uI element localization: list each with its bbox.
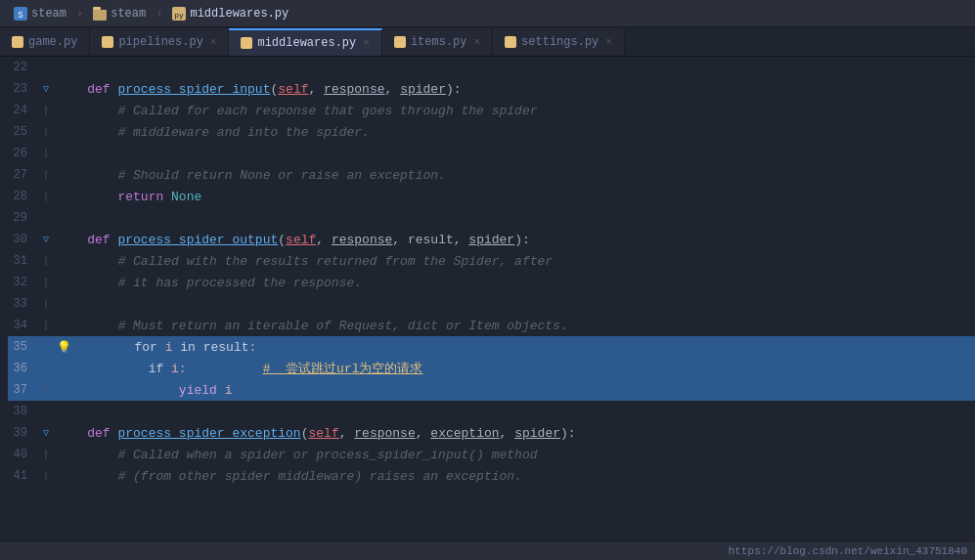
fold-icon-41: | [39, 471, 53, 482]
tabbar: game.py pipelines.py × middlewares.py × … [0, 27, 975, 57]
svg-rect-2 [93, 10, 107, 21]
tab-icon-pipelines [102, 36, 113, 48]
line-number-35: 35 [8, 340, 39, 354]
line-number-33: 33 [8, 297, 39, 311]
breadcrumb-label-2: steam [111, 7, 146, 21]
svg-text:py: py [175, 11, 185, 20]
code-line-29: 29 [8, 207, 975, 229]
breadcrumb-label: steam [31, 7, 66, 21]
tab-label-settings: settings.py [521, 35, 598, 49]
line-number-34: 34 [8, 319, 39, 332]
svg-text:S: S [18, 11, 22, 21]
fold-icon-30[interactable]: ▽ [39, 234, 53, 245]
tab-icon-settings [505, 36, 516, 48]
breadcrumb-sep-2: › [155, 7, 162, 21]
fold-icon-32: | [39, 278, 53, 288]
line-number-23: 23 [8, 82, 39, 96]
line-content-25: # middleware and into the spider. [53, 125, 975, 140]
fold-icon-25: | [39, 127, 53, 138]
breadcrumb-sep-1: › [76, 7, 83, 21]
tab-label-pipelines: pipelines.py [118, 35, 202, 49]
line-content-27: # Should return None or raise an excepti… [53, 168, 975, 183]
tab-pipelines[interactable]: pipelines.py × [90, 28, 229, 56]
line-content-24: # Called for each response that goes thr… [53, 104, 975, 118]
code-line-38: 38 [8, 401, 975, 422]
breadcrumb-filename: middlewares.py [190, 7, 288, 21]
line-number-28: 28 [8, 190, 39, 203]
tab-close-middlewares[interactable]: × [363, 37, 370, 49]
tab-label-items: items.py [411, 35, 467, 49]
code-line-32: 32 | # it has processed the response. [8, 272, 975, 293]
breadcrumb-file[interactable]: py middlewares.py [166, 5, 294, 22]
code-line-23: 23 ▽ def process_spider_input(self, resp… [8, 78, 975, 100]
line-number-41: 41 [8, 469, 39, 483]
code-line-33: 33 | [8, 293, 975, 315]
line-number-32: 32 [8, 276, 39, 289]
line-number-40: 40 [8, 448, 39, 461]
tab-items[interactable]: items.py × [382, 28, 493, 56]
breadcrumb-steam-1[interactable]: S steam [8, 5, 72, 22]
code-line-39: 39 ▽ def process_spider_exception(self, … [8, 422, 975, 444]
line-content-34: # Must return an iterable of Request, di… [53, 319, 975, 333]
line-content-41: # (from other spider middleware) raises … [53, 469, 975, 484]
fold-icon-26: | [39, 149, 53, 159]
watermark-text: https://blog.csdn.net/weixin_43751840 [729, 545, 967, 557]
code-line-40: 40 | # Called when a spider or process_s… [8, 444, 975, 465]
code-line-27: 27 | # Should return None or raise an ex… [8, 164, 975, 186]
code-line-24: 24 | # Called for each response that goe… [8, 100, 975, 121]
line-content-32: # it has processed the response. [53, 276, 975, 290]
line-content-31: # Called with the results returned from … [53, 254, 975, 269]
fold-icon-34: | [39, 321, 53, 331]
line-content-40: # Called when a spider or process_spider… [53, 448, 975, 462]
editor: 22 23 ▽ def process_spider_input(self, r… [0, 57, 975, 540]
fold-icon-23[interactable]: ▽ [39, 83, 53, 95]
line-number-38: 38 [8, 405, 39, 418]
line-number-22: 22 [8, 61, 39, 74]
statusbar: https://blog.csdn.net/weixin_43751840 [0, 540, 975, 560]
folder-icon [93, 7, 107, 21]
line-number-26: 26 [8, 147, 39, 160]
tab-settings[interactable]: settings.py × [493, 28, 625, 56]
fold-icon-33: | [39, 299, 53, 310]
line-number-24: 24 [8, 104, 39, 117]
code-line-37: 37 | yield i [8, 379, 975, 401]
line-number-25: 25 [8, 125, 39, 139]
code-line-22: 22 [8, 57, 975, 78]
code-line-41: 41 | # (from other spider middleware) ra… [8, 465, 975, 487]
code-line-25: 25 | # middleware and into the spider. [8, 121, 975, 143]
tab-label-game: game.py [28, 35, 77, 49]
titlebar: S steam › steam › py middlewares.py [0, 0, 975, 27]
tab-game[interactable]: game.py [0, 28, 90, 56]
tab-close-settings[interactable]: × [605, 36, 612, 48]
fold-icon-39[interactable]: ▽ [39, 427, 53, 439]
tab-icon-items [394, 36, 406, 48]
fold-icon-28: | [39, 192, 53, 202]
fold-icon-40: | [39, 450, 53, 460]
line-content-39: def process_spider_exception(self, respo… [53, 426, 975, 441]
line-number-31: 31 [8, 254, 39, 268]
line-number-37: 37 [8, 383, 39, 397]
tab-label-middlewares: middlewares.py [257, 36, 356, 50]
line-content-37: yield i [53, 383, 975, 398]
line-number-27: 27 [8, 168, 39, 182]
fold-icon-24: | [39, 106, 53, 116]
tab-middlewares[interactable]: middlewares.py × [229, 28, 381, 56]
fold-icon-27: | [39, 170, 53, 181]
line-content-35: 💡 for i in result: [53, 340, 975, 355]
tab-close-items[interactable]: × [474, 36, 481, 48]
code-line-34: 34 | # Must return an iterable of Reques… [8, 315, 975, 336]
breadcrumb-steam-2[interactable]: steam [87, 5, 152, 22]
line-number-36: 36 [8, 362, 39, 375]
tab-close-pipelines[interactable]: × [210, 36, 217, 48]
line-content-23: def process_spider_input(self, response,… [53, 82, 975, 97]
code-container[interactable]: 22 23 ▽ def process_spider_input(self, r… [0, 57, 975, 540]
code-line-26: 26 | [8, 143, 975, 164]
code-line-35: 35 💡 for i in result: [8, 336, 975, 358]
line-content-28: return None [53, 190, 975, 204]
tab-icon-game [12, 36, 23, 48]
code-line-28: 28 | return None [8, 186, 975, 207]
fold-icon-31: | [39, 256, 53, 267]
code-line-31: 31 | # Called with the results returned … [8, 250, 975, 272]
line-content-30: def process_spider_output(self, response… [53, 233, 975, 247]
line-number-30: 30 [8, 233, 39, 246]
